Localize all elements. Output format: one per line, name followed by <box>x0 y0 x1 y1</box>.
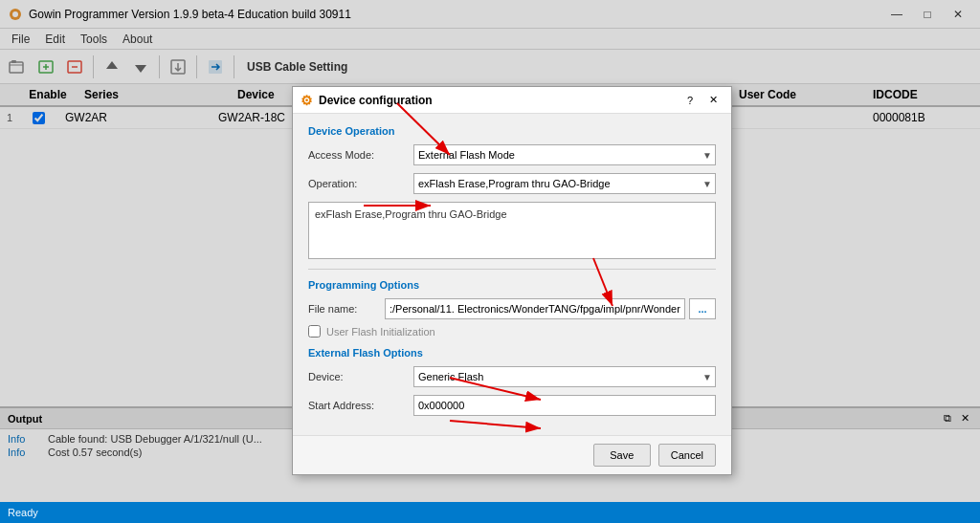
status-text: Ready <box>8 507 38 518</box>
file-name-input[interactable] <box>385 298 685 319</box>
access-mode-select[interactable]: External Flash Mode JTAG Mode CRAM Mode <box>413 144 716 165</box>
start-address-label: Start Address: <box>308 400 413 411</box>
cancel-button[interactable]: Cancel <box>658 444 716 467</box>
access-mode-label: Access Mode: <box>308 149 413 161</box>
file-name-row: File name: ... <box>308 298 716 319</box>
access-mode-row: Access Mode: External Flash Mode JTAG Mo… <box>308 144 716 165</box>
operation-select-wrapper: exFlash Erase,Program thru GAO-Bridge ex… <box>413 173 716 194</box>
operation-select[interactable]: exFlash Erase,Program thru GAO-Bridge ex… <box>413 173 716 194</box>
operation-label: Operation: <box>308 178 413 189</box>
operation-row: Operation: exFlash Erase,Program thru GA… <box>308 173 716 194</box>
dialog-close-button[interactable]: ✕ <box>702 92 724 109</box>
user-flash-init-label: User Flash Initialization <box>326 326 435 338</box>
dialog-help-button[interactable]: ? <box>679 92 701 109</box>
section-separator <box>308 269 716 270</box>
programming-options-section-title: Programming Options <box>308 279 716 291</box>
save-button[interactable]: Save <box>593 444 651 467</box>
device-operation-section-title: Device Operation <box>308 125 716 137</box>
flash-device-select-wrapper: Generic Flash W25Q32 W25Q64 W25Q128 ▼ <box>413 366 716 387</box>
flash-device-label: Device: <box>308 371 413 382</box>
dialog-title-text: Device configuration <box>319 94 679 107</box>
start-address-row: Start Address: <box>308 395 716 416</box>
operation-description: exFlash Erase,Program thru GAO-Bridge <box>308 202 716 259</box>
file-name-label: File name: <box>308 303 385 315</box>
file-browse-button[interactable]: ... <box>689 298 716 319</box>
device-config-dialog: ⚙ Device configuration ? ✕ Device Operat… <box>292 86 732 475</box>
access-mode-select-wrapper: External Flash Mode JTAG Mode CRAM Mode … <box>413 144 716 165</box>
flash-device-select[interactable]: Generic Flash W25Q32 W25Q64 W25Q128 <box>413 366 716 387</box>
start-address-input[interactable] <box>413 395 716 416</box>
dialog-icon: ⚙ <box>301 93 313 108</box>
dialog-title-bar: ⚙ Device configuration ? ✕ <box>293 87 731 114</box>
flash-device-row: Device: Generic Flash W25Q32 W25Q64 W25Q… <box>308 366 716 387</box>
dialog-body: Device Operation Access Mode: External F… <box>293 114 731 435</box>
dialog-footer: Save Cancel <box>293 435 731 474</box>
user-flash-init-checkbox[interactable] <box>308 325 321 338</box>
status-bar: Ready <box>0 502 980 523</box>
external-flash-section-title: External Flash Options <box>308 347 716 359</box>
user-flash-init-row: User Flash Initialization <box>308 325 716 338</box>
dialog-title-controls: ? ✕ <box>679 92 724 109</box>
